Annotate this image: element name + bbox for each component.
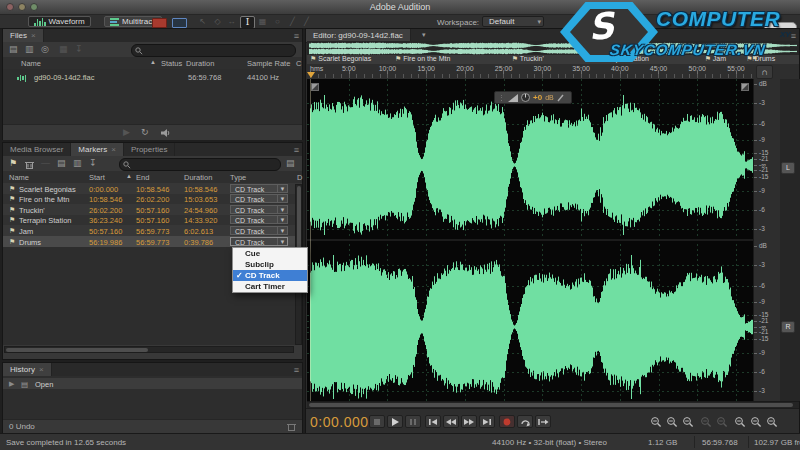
marker-row[interactable]: ⚑Truckin'26:02.20050:57.16024:54.960CD T…	[3, 204, 302, 215]
editor-dropdown-icon[interactable]: ▾	[422, 31, 426, 39]
files-search-input[interactable]	[131, 44, 296, 57]
title-bar[interactable]: Adobe Audition	[0, 0, 800, 15]
context-menu-item[interactable]: Cue	[233, 248, 307, 259]
waveform-display[interactable]: ⋮ +0 dB	[307, 79, 753, 401]
go-to-end-button[interactable]	[479, 415, 495, 428]
close-tab-icon[interactable]: ×	[111, 145, 116, 154]
razor-tool-icon[interactable]: ◇	[211, 16, 224, 27]
gain-knob-icon[interactable]	[521, 93, 530, 102]
snap-toggle-icon[interactable]: ∩	[756, 65, 773, 79]
zoom-in-amplitude-icon[interactable]	[699, 416, 713, 428]
play-button[interactable]	[387, 415, 403, 428]
chevron-down-icon[interactable]: ▼	[277, 195, 287, 202]
merge-markers-icon[interactable]: —	[41, 158, 50, 169]
timeline-marker-flag[interactable]: ⚑ Terrapin Station	[592, 55, 649, 63]
go-to-start-button[interactable]	[425, 415, 441, 428]
playhead-caret[interactable]	[307, 72, 315, 78]
file-row[interactable]: gd90-09-14d2.flac 56:59.768 44100 Hz	[3, 71, 302, 82]
loop-playback-button[interactable]	[517, 415, 533, 428]
export-markers-icon[interactable]: ▥	[73, 158, 82, 169]
marker-type-dropdown[interactable]: CD Track▼	[230, 237, 288, 246]
timeline-marker-flag[interactable]: ⚑	[751, 55, 757, 63]
panel-menu-icon[interactable]: ≡	[294, 31, 299, 41]
chevron-down-icon[interactable]: ▼	[277, 238, 287, 245]
trash-icon[interactable]	[287, 422, 296, 431]
preview-play-icon[interactable]: ▶	[123, 127, 130, 138]
waveform-mode-button[interactable]: Waveform	[28, 16, 91, 27]
close-tab-icon[interactable]: ×	[39, 365, 44, 374]
save-markers-icon[interactable]: ↧	[89, 158, 97, 169]
insert-into-playlist-icon[interactable]: ▤	[57, 158, 66, 169]
import-file-icon[interactable]: ▥	[25, 44, 34, 55]
pause-button[interactable]	[405, 415, 421, 428]
spectral-display-icon[interactable]	[172, 18, 187, 28]
lasso-selection-tool-icon[interactable]: ○	[271, 16, 284, 27]
chevron-down-icon[interactable]: ▼	[277, 185, 287, 192]
history-entry[interactable]: ▶ ▤ Open	[3, 378, 302, 389]
chevron-down-icon[interactable]: ▼	[277, 206, 287, 213]
list-view-icon[interactable]: ▤	[286, 158, 295, 169]
zoom-full-icon[interactable]	[681, 416, 695, 428]
context-menu-item[interactable]: Cart Timer	[233, 281, 307, 292]
marker-row[interactable]: ⚑Jam50:57.16056:59.7736:02.613CD Track▼	[3, 225, 302, 236]
stop-button[interactable]	[369, 415, 385, 428]
record-button[interactable]	[499, 415, 515, 428]
marquee-selection-tool-icon[interactable]: ▦	[256, 16, 269, 27]
panel-menu-icon[interactable]: ≡	[791, 31, 796, 41]
left-channel-badge[interactable]: L	[781, 162, 795, 174]
amplitude-ruler[interactable]: dB-3-6-9-15-21-∞-21-15-9-6-3dB-3-6-9-15-…	[753, 79, 780, 401]
context-menu-item[interactable]: Subclip	[233, 259, 307, 270]
timeline-marker-flag[interactable]: ⚑ Jam	[705, 55, 726, 63]
marker-type-dropdown[interactable]: CD Track▼	[230, 205, 288, 214]
add-marker-icon[interactable]: ⚑	[9, 158, 17, 169]
pin-hud-icon[interactable]	[557, 94, 564, 102]
chevron-down-icon[interactable]: ▼	[277, 227, 287, 234]
rewind-button[interactable]	[443, 415, 459, 428]
zoom-selection-right-icon[interactable]	[765, 416, 779, 428]
panel-menu-icon[interactable]: ≡	[294, 145, 299, 155]
paintbrush-tool-icon[interactable]: ╱	[286, 16, 299, 27]
extract-audio-icon[interactable]: ◎	[41, 44, 49, 55]
delete-marker-icon[interactable]	[25, 160, 34, 169]
zoom-out-amplitude-icon[interactable]	[715, 416, 729, 428]
marker-type-dropdown[interactable]: CD Track▼	[230, 194, 288, 203]
tab-markers[interactable]: Markers×	[71, 143, 124, 156]
tab-history[interactable]: History×	[3, 363, 52, 376]
zoom-out-time-icon[interactable]	[665, 416, 679, 428]
fade-out-handle-icon[interactable]	[741, 83, 749, 91]
timeline-ruler[interactable]: hms 5:0010:0015:0020:0025:0030:0035:0040…	[307, 64, 799, 80]
chevron-down-icon[interactable]: ▼	[277, 216, 287, 223]
spot-healing-tool-icon[interactable]: ╱	[300, 16, 313, 27]
context-menu-item[interactable]: ✓CD Track	[233, 270, 307, 281]
overview-strip[interactable]	[307, 41, 799, 56]
slip-tool-icon[interactable]: ↔	[225, 16, 238, 27]
move-tool-icon[interactable]: ↖	[196, 16, 209, 27]
markers-hscrollbar[interactable]	[4, 346, 294, 353]
cd-layout-icon[interactable]	[152, 18, 167, 28]
marker-row[interactable]: ⚑Fire on the Mtn10:58.54626:02.20015:03.…	[3, 194, 302, 205]
insert-into-multitrack-icon[interactable]: ↧	[75, 44, 83, 55]
timeline-marker-flag[interactable]: ⚑ Scarlet Begonias	[310, 55, 371, 63]
marker-type-dropdown[interactable]: CD Track▼	[230, 226, 288, 235]
tab-properties[interactable]: Properties	[124, 143, 175, 156]
skip-to-selection-button[interactable]	[535, 415, 551, 428]
hud-grip-icon[interactable]: ⋮	[498, 94, 505, 102]
fast-forward-button[interactable]	[461, 415, 477, 428]
marker-type-dropdown[interactable]: CD Track▼	[230, 215, 288, 224]
close-tab-icon[interactable]: ×	[31, 31, 36, 40]
zoom-selection-left-icon[interactable]	[749, 416, 763, 428]
marker-row[interactable]: ⚑Terrapin Station36:23.24050:57.16014:33…	[3, 215, 302, 226]
zoom-in-time-icon[interactable]	[649, 416, 663, 428]
marker-type-dropdown[interactable]: CD Track▼	[230, 184, 288, 193]
marker-row[interactable]: ⚑Scarlet Begonias0:00.00010:58.54610:58.…	[3, 183, 302, 194]
markers-search-input[interactable]	[119, 158, 281, 171]
gain-hud[interactable]: ⋮ +0 dB	[494, 91, 572, 104]
timeline-marker-flag[interactable]: ⚑ Fire on the Mtn	[395, 55, 450, 63]
tab-media-browser[interactable]: Media Browser	[3, 143, 71, 156]
open-file-icon[interactable]: ▤	[9, 44, 18, 55]
timeline-marker-flag[interactable]: ⚑ Truckin'	[512, 55, 544, 63]
zoom-selection-icon[interactable]	[733, 416, 747, 428]
workspace-dropdown[interactable]: Default	[482, 16, 544, 27]
new-multitrack-icon[interactable]: ▦	[59, 44, 68, 55]
panel-menu-icon[interactable]: ≡	[294, 365, 299, 375]
